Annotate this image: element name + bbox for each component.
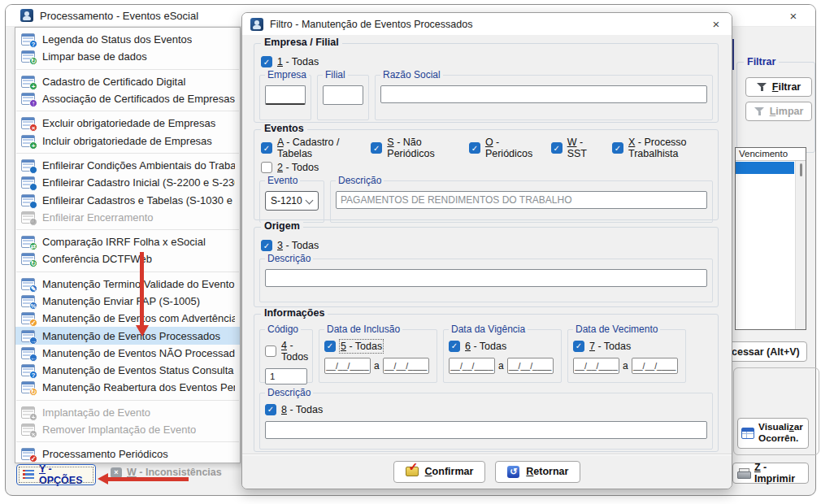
menu-item[interactable]: ↑ Associação de Certificados de Empresas <box>15 90 240 107</box>
imprimir-button[interactable]: Z - Imprimir <box>732 463 809 484</box>
checkbox-icon[interactable] <box>265 345 276 357</box>
check-descricao-todas[interactable]: 8 - Todas <box>265 404 323 415</box>
menu-item[interactable]: + Incluir obrigatoriedade de Empresas <box>15 132 240 149</box>
tab-opcoes[interactable]: Y - OPÇÕES <box>16 464 96 485</box>
inclusao-date-to-input[interactable]: __/__/____ <box>383 358 429 374</box>
checkbox-icon[interactable] <box>324 341 336 352</box>
check-codigo-todos[interactable]: 4 - Todos <box>265 340 308 363</box>
menu-item[interactable]: Enfileirar Cadastros e Tabelas (S-1030 e… <box>15 191 240 208</box>
check-vencimento-todas[interactable]: 7 - Todas <box>573 341 631 352</box>
grid-column-vencimento[interactable]: Vencimento <box>736 148 806 161</box>
menu-separator <box>16 69 239 70</box>
menu-item-icon: ? <box>21 33 35 46</box>
empresa-input[interactable] <box>265 85 306 105</box>
menu-item-label: Manutenção de Eventos Status Consulta <box>42 364 234 376</box>
origem-descricao-input[interactable] <box>265 269 707 287</box>
sub-evento-descricao: Descrição <box>330 180 713 223</box>
menu-item[interactable]: × Excluir obrigatoriedade de Empresas <box>15 115 240 132</box>
menu-item[interactable]: ✓ Processamento Periódicos <box>15 445 240 463</box>
codigo-input[interactable] <box>265 368 307 385</box>
checkbox-icon[interactable] <box>551 142 563 154</box>
menu-item[interactable]: ? Manutenção de Eventos Status Consulta <box>15 362 240 379</box>
menu-item-badge-icon: × <box>29 124 37 132</box>
menu-item-badge-icon <box>29 166 37 174</box>
check-evento-tipo[interactable]: O - Periódicos <box>469 137 533 159</box>
app-icon <box>20 9 33 22</box>
filtrar-group: Filtrar Filtrar Limpar <box>736 62 815 153</box>
grid-scrollbar[interactable] <box>795 161 806 329</box>
menu-item[interactable]: Enfileirar Cadastro Inicial (S-2200 e S-… <box>15 174 240 191</box>
menu-item-badge-icon <box>29 201 37 209</box>
checkbox-icon[interactable] <box>261 240 272 251</box>
menu-item[interactable]: % Manutenção Enviar FAP (S-1005) <box>15 293 240 310</box>
menu-item[interactable]: ? Legenda do Status dos Eventos <box>15 31 240 48</box>
razao-social-input[interactable] <box>380 85 707 103</box>
events-grid: Vencimento <box>735 147 806 330</box>
checkbox-icon[interactable] <box>261 142 272 154</box>
menu-item[interactable]: ↻ Limpar base de dados <box>15 48 240 65</box>
check-eventos-todos[interactable]: 2 - Todos <box>261 162 319 173</box>
visualizar-ocorrencias-button[interactable]: Visualizar Ocorrên. <box>737 418 809 449</box>
imprimir-button-label: Z - Imprimir <box>754 462 804 484</box>
menu-item[interactable]: → Manutenção de Eventos Processados <box>15 327 240 344</box>
checkbox-icon[interactable] <box>265 404 276 415</box>
sub-empresa: Empresa <box>259 75 311 120</box>
checkbox-icon[interactable] <box>612 142 623 154</box>
window-close-icon[interactable]: × <box>783 9 804 23</box>
printer-icon <box>737 468 750 479</box>
check-empresa-todas[interactable]: 1 - Todas <box>261 56 319 67</box>
date-range-separator: a <box>622 360 629 371</box>
vencimento-date-to-input[interactable]: __/__/____ <box>632 358 678 374</box>
vigencia-date-from-input[interactable]: __/__/____ <box>449 358 495 374</box>
checkbox-icon[interactable] <box>261 162 272 173</box>
menu-item[interactable]: ↻ Manutenção Reabertura dos Eventos Peri… <box>15 379 240 396</box>
checkbox-icon[interactable] <box>261 56 272 67</box>
processar-button[interactable]: cessar (Alt+V) <box>729 341 807 362</box>
menu-item[interactable]: ✓ Manutenção de Eventos com Advertência <box>15 310 240 327</box>
inclusao-date-from-input[interactable]: __/__/____ <box>324 358 371 374</box>
checkbox-icon[interactable] <box>573 341 584 352</box>
checkbox-icon[interactable] <box>469 142 480 154</box>
menu-item[interactable]: ↻ Conferência DCTFWeb <box>15 250 240 267</box>
menu-item-icon: + <box>21 76 35 88</box>
dialog-close-icon[interactable]: × <box>706 17 727 31</box>
check-evento-tipo[interactable]: S - Não Periódicos <box>371 137 451 159</box>
grid-scrollbar-thumb[interactable] <box>800 163 802 176</box>
confirmar-button-label: Confirmar <box>425 466 474 477</box>
vencimento-date-from-input[interactable]: __/__/____ <box>573 358 619 374</box>
menu-item[interactable]: ← Manutenção de Eventos NÃO Processados <box>15 345 240 362</box>
menu-item-badge-icon: + <box>29 413 37 421</box>
check-evento-tipo[interactable]: A - Cadastro / Tabelas <box>261 137 353 159</box>
check-evento-tipo[interactable]: W - SST <box>551 137 594 159</box>
evento-combobox[interactable]: S-1210 <box>265 191 319 211</box>
menu-item-icon: ↑ <box>21 93 35 105</box>
checkbox-icon[interactable] <box>449 341 460 352</box>
check-evento-tipo[interactable]: X - Processo Trabalhista <box>612 137 713 159</box>
filial-input[interactable] <box>323 85 363 105</box>
menu-item-label: Manutenção de Eventos NÃO Processados <box>42 347 235 359</box>
menu-item-icon <box>21 159 35 172</box>
check-vigencia-todas[interactable]: 6 - Todas <box>449 341 506 352</box>
menu-item-icon: ✓ <box>21 312 35 324</box>
menu-item[interactable]: Enfileirar Condições Ambientais do Traba… <box>15 157 240 174</box>
evento-descricao-input[interactable] <box>336 191 707 209</box>
retornar-button[interactable]: Retornar <box>495 461 580 483</box>
filtrar-button[interactable]: Filtrar <box>745 77 812 97</box>
menu-item-label: Remover Implantação de Evento <box>42 424 196 436</box>
checkbox-icon[interactable] <box>371 142 382 154</box>
menu-item-badge-icon: ✓ <box>29 319 37 327</box>
menu-list: ? Legenda do Status dos Eventos ↻ Limpar… <box>15 31 240 463</box>
confirmar-button[interactable]: Confirmar <box>393 461 486 483</box>
check-inclusao-todas[interactable]: 5 - Todas <box>324 341 382 352</box>
table-icon <box>741 428 754 439</box>
grid-selected-row[interactable] <box>736 162 794 174</box>
menu-item[interactable]: ⇄ Comparação IRRF Folha x eSocial <box>15 233 240 250</box>
menu-item-icon: ✓ <box>21 448 35 460</box>
check-origem-todas[interactable]: 3 - Todas <box>261 240 319 251</box>
menu-item-badge-icon: ↻ <box>29 388 37 396</box>
informacoes-descricao-input[interactable] <box>265 421 707 439</box>
menu-item-icon: ⇄ <box>21 236 35 248</box>
menu-item[interactable]: ✎ Manutenção Termino Validade do Evento <box>15 276 240 293</box>
vigencia-date-to-input[interactable]: __/__/____ <box>507 358 554 374</box>
menu-item[interactable]: + Cadastro de Certificado Digital <box>15 73 240 90</box>
